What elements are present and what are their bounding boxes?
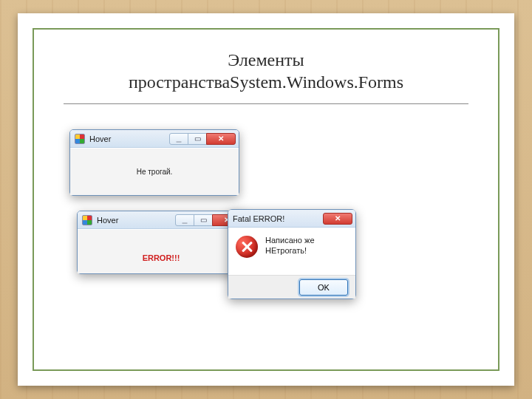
window-hover-2: Hover ＿ ▭ ✕ ERROR!!! (77, 211, 245, 274)
dialog-fatal-error: Fatal ERROR! ✕ Написано же НЕтрогать! (228, 209, 356, 299)
window-controls: ＿ ▭ ✕ (170, 133, 236, 145)
title-line-2: пространстваSystem.Windows.Forms (64, 71, 468, 93)
window-title: Hover (89, 134, 111, 143)
titlebar[interactable]: Fatal ERROR! ✕ (228, 210, 355, 228)
client-area: Не трогай. (70, 148, 239, 195)
slide: Элементы пространстваSystem.Windows.Form… (18, 13, 514, 386)
window-controls: ✕ (324, 213, 352, 225)
close-button[interactable]: ✕ (323, 213, 352, 225)
slide-frame: Элементы пространстваSystem.Windows.Form… (33, 28, 499, 371)
window-hover-1: Hover ＿ ▭ ✕ Не трогай. (69, 129, 239, 196)
titlebar[interactable]: Hover ＿ ▭ ✕ (78, 211, 245, 229)
dialog-message: Написано же НЕтрогать! (265, 236, 315, 256)
title-line-1: Элементы (64, 49, 468, 71)
minimize-button[interactable]: ＿ (169, 133, 188, 145)
app-icon (75, 134, 85, 144)
dialog-footer: OK (228, 275, 355, 299)
dialog-message-line-1: Написано же (265, 236, 315, 246)
window-title: Hover (97, 216, 118, 225)
titlebar[interactable]: Hover ＿ ▭ ✕ (70, 130, 239, 148)
message-label: Не трогай. (70, 168, 239, 176)
close-button[interactable]: ✕ (206, 133, 236, 145)
client-area: ERROR!!! (78, 229, 245, 273)
title-underline (64, 103, 468, 104)
screenshot-area: Hover ＿ ▭ ✕ Не трогай. Hover (64, 129, 468, 347)
maximize-button[interactable]: ▭ (194, 214, 213, 226)
error-icon (236, 236, 258, 258)
slide-title: Элементы пространстваSystem.Windows.Form… (64, 49, 468, 93)
app-icon (82, 215, 92, 225)
ok-button[interactable]: OK (299, 279, 348, 296)
dialog-body: Написано же НЕтрогать! OK (228, 228, 355, 299)
dialog-content: Написано же НЕтрогать! (236, 236, 348, 258)
dialog-message-line-2: НЕтрогать! (265, 246, 315, 256)
error-label: ERROR!!! (78, 253, 245, 262)
dialog-title: Fatal ERROR! (233, 214, 284, 223)
maximize-button[interactable]: ▭ (188, 133, 207, 145)
minimize-button[interactable]: ＿ (175, 214, 194, 226)
